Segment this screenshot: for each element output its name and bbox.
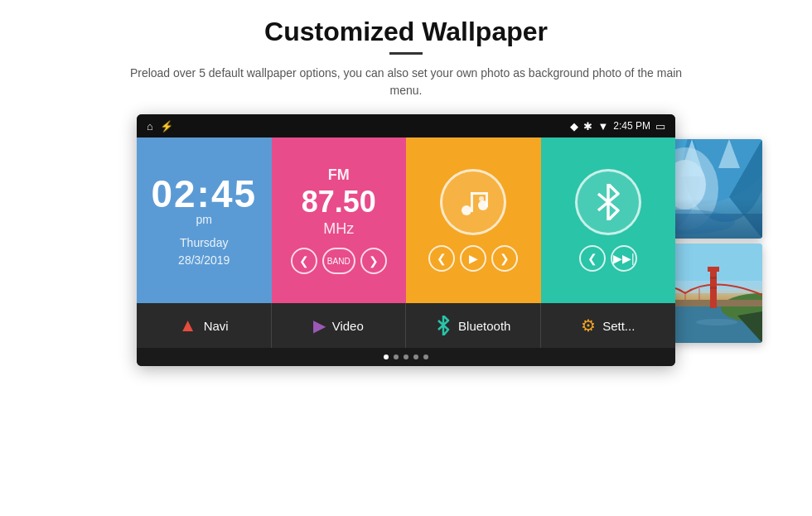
dot-1 xyxy=(384,354,389,359)
navi-icon: ▲ xyxy=(179,315,197,336)
radio-next-button[interactable]: ❯ xyxy=(360,248,387,274)
radio-band-button[interactable]: BAND xyxy=(322,248,355,274)
battery-icon: ▭ xyxy=(655,120,665,133)
status-bar-left: ⌂ ⚡ xyxy=(147,120,173,133)
bt-skip-button[interactable]: ▶▶| xyxy=(611,245,637,272)
svg-rect-3 xyxy=(471,192,486,195)
display-area: ⌂ ⚡ ◆ ✱ ▼ 2:45 PM ▭ 02:45 pm Thursday 28… xyxy=(50,114,762,366)
radio-tile[interactable]: FM 87.50 MHz ❮ BAND ❯ xyxy=(272,137,407,303)
dot-3 xyxy=(404,354,408,359)
wifi-icon: ▼ xyxy=(597,120,608,133)
radio-label: FM xyxy=(328,166,350,184)
nav-item-video[interactable]: ▶ Video xyxy=(272,303,407,348)
location-icon: ◆ xyxy=(570,120,578,133)
status-bar-right: ◆ ✱ ▼ 2:45 PM ▭ xyxy=(570,120,665,133)
dot-2 xyxy=(394,354,399,359)
svg-rect-2 xyxy=(471,192,473,212)
bluetooth-large-icon xyxy=(575,169,641,235)
nav-navi-label: Navi xyxy=(204,319,229,333)
music-icon xyxy=(440,169,506,235)
music-tile[interactable]: ❮ ▶ ❯ xyxy=(406,137,541,303)
bt-prev-button[interactable]: ❮ xyxy=(579,245,606,272)
nav-bar: ▲ Navi ▶ Video Bluetooth ⚙ Sett... xyxy=(137,303,675,348)
music-prev-button[interactable]: ❮ xyxy=(428,245,455,272)
page-indicator xyxy=(137,348,675,366)
usb-icon: ⚡ xyxy=(160,120,173,133)
app-tiles-area: 02:45 pm Thursday 28/3/2019 FM 87.50 MHz… xyxy=(137,137,675,303)
nav-bluetooth-label: Bluetooth xyxy=(458,319,510,333)
device-screen: ⌂ ⚡ ◆ ✱ ▼ 2:45 PM ▭ 02:45 pm Thursday 28… xyxy=(137,114,675,366)
video-icon: ▶ xyxy=(313,316,326,335)
clock-tile[interactable]: 02:45 pm Thursday 28/3/2019 xyxy=(137,137,272,303)
svg-point-24 xyxy=(696,319,737,326)
bluetooth-symbol-svg xyxy=(593,184,623,220)
dot-5 xyxy=(423,354,428,359)
nav-item-settings[interactable]: ⚙ Sett... xyxy=(541,303,676,348)
music-play-button[interactable]: ▶ xyxy=(460,245,486,272)
clock-time: 02:45 xyxy=(151,171,257,216)
svg-point-5 xyxy=(479,196,484,201)
radio-prev-button[interactable]: ❮ xyxy=(291,248,317,274)
home-icon: ⌂ xyxy=(147,120,153,133)
nav-video-label: Video xyxy=(332,319,364,333)
page-title: Customized Wallpaper xyxy=(264,17,548,47)
subtitle: Preload over 5 default wallpaper options… xyxy=(116,65,696,99)
bluetooth-status-icon: ✱ xyxy=(583,120,592,133)
clock-date: Thursday 28/3/2019 xyxy=(178,234,230,269)
bluetooth-nav-icon xyxy=(435,316,452,335)
nav-item-navi[interactable]: ▲ Navi xyxy=(137,303,272,348)
svg-rect-31 xyxy=(708,267,719,272)
music-next-button[interactable]: ❯ xyxy=(491,245,518,272)
music-controls: ❮ ▶ ❯ xyxy=(428,245,518,272)
radio-unit: MHz xyxy=(323,220,354,238)
clock-ampm: pm xyxy=(196,213,212,226)
bt-controls: ❮ ▶▶| xyxy=(579,245,637,272)
status-bar: ⌂ ⚡ ◆ ✱ ▼ 2:45 PM ▭ xyxy=(137,114,675,137)
svg-rect-33 xyxy=(710,277,717,279)
dot-4 xyxy=(413,354,418,359)
svg-point-0 xyxy=(462,205,471,215)
settings-icon: ⚙ xyxy=(581,316,596,335)
nav-settings-label: Sett... xyxy=(602,319,635,333)
radio-controls: ❮ BAND ❯ xyxy=(291,248,387,274)
title-divider xyxy=(389,52,423,55)
music-note-svg xyxy=(455,184,491,220)
bluetooth-tile[interactable]: ❮ ▶▶| xyxy=(541,137,676,303)
radio-frequency: 87.50 xyxy=(302,187,376,217)
status-time: 2:45 PM xyxy=(613,120,650,132)
svg-rect-4 xyxy=(486,192,488,207)
nav-item-bluetooth[interactable]: Bluetooth xyxy=(406,303,541,348)
